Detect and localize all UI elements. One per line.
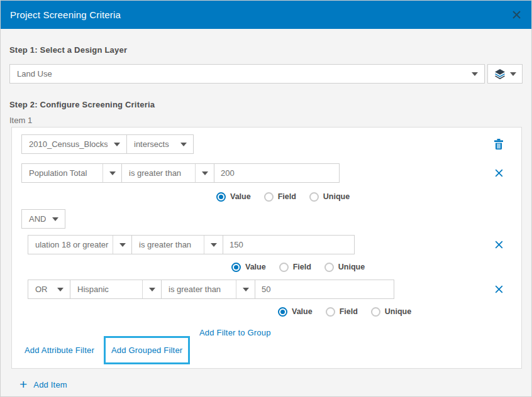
filter3-join-value: OR [28, 280, 51, 298]
add-item-label: Add Item [33, 380, 67, 389]
radio-unselected-icon [264, 192, 274, 202]
grouped-filter-row-1: ulation 18 or greater is greater than [28, 235, 512, 254]
filter1-field-select[interactable]: Population Total [21, 163, 122, 183]
add-item-button[interactable]: + Add Item [19, 379, 523, 390]
filter1-remove-button[interactable] [494, 168, 504, 178]
dialog-title: Project Screening Criteria [10, 9, 121, 20]
design-layer-value: Land Use [10, 65, 465, 83]
filter1-operator-value: is greater than [122, 164, 195, 182]
radio-label-field: Field [340, 307, 358, 316]
filter3-value-type-radios: Value Field Unique [278, 307, 512, 317]
filter3-join-select[interactable]: OR [28, 280, 70, 299]
filter2-value-type-radios: Value Field Unique [231, 262, 512, 272]
filter2-operator-value: is greater than [132, 236, 204, 254]
filter2-operator-select[interactable]: is greater than [131, 235, 223, 254]
chevron-down-icon [465, 65, 484, 83]
radio-label-value: Value [230, 192, 251, 201]
target-layer-select[interactable]: 2010_Census_Blocks [21, 134, 127, 154]
filter2-remove-button[interactable] [494, 240, 504, 249]
filter2-radio-unique[interactable]: Unique [324, 263, 365, 272]
radio-unselected-icon [371, 307, 380, 317]
radio-label-unique: Unique [385, 307, 411, 316]
design-layer-select[interactable]: Land Use [9, 64, 485, 84]
chevron-down-icon [204, 236, 223, 254]
filter2-radio-field[interactable]: Field [279, 263, 311, 272]
group-join-select[interactable]: AND [21, 209, 65, 229]
filter1-value-type-radios: Value Field Unique [216, 192, 512, 202]
design-layer-row: Land Use [9, 64, 523, 84]
dialog-header: Project Screening Criteria [1, 1, 531, 29]
item1-label: Item 1 [9, 116, 523, 125]
filter1-radio-field[interactable]: Field [264, 192, 296, 202]
radio-label-unique: Unique [323, 192, 350, 201]
filter3-operator-select[interactable]: is greater than [161, 280, 255, 299]
chevron-down-icon [142, 280, 161, 298]
filter3-remove-button[interactable] [494, 285, 504, 294]
filter3-radio-unique[interactable]: Unique [371, 307, 411, 317]
chevron-down-icon [108, 135, 126, 153]
radio-selected-icon [278, 307, 287, 317]
close-button[interactable] [511, 9, 522, 20]
radio-selected-icon [216, 192, 226, 202]
dialog-body: Step 1: Select a Design Layer Land Use S… [1, 45, 531, 390]
item1-panel: 2010_Census_Blocks intersects [11, 127, 522, 369]
trash-icon [494, 139, 504, 150]
filter1-radio-value[interactable]: Value [216, 192, 251, 202]
layer-options-button[interactable] [487, 64, 523, 84]
layers-icon [494, 69, 506, 79]
radio-unselected-icon [324, 263, 334, 272]
filter2-field-select[interactable]: ulation 18 or greater [28, 235, 132, 254]
spatial-operator-value: intersects [127, 135, 174, 153]
radio-label-value: Value [292, 307, 313, 316]
chevron-down-icon [510, 72, 516, 76]
x-icon [494, 285, 504, 294]
x-icon [494, 168, 504, 178]
chevron-down-icon [236, 280, 255, 298]
attribute-filter-row-1: Population Total is greater than [21, 163, 512, 183]
filter-links-row: Add Attribute Filter Add Grouped Filter [21, 335, 512, 365]
filter3-field-select[interactable]: Hispanic [70, 280, 162, 299]
close-icon [511, 9, 522, 20]
step2-label: Step 2: Configure Screening Criteria [9, 100, 523, 109]
chevron-down-icon [46, 210, 65, 228]
filter3-radio-value[interactable]: Value [278, 307, 313, 317]
radio-unselected-icon [326, 307, 335, 317]
filter2-radio-value[interactable]: Value [231, 263, 266, 272]
filter3-radio-field[interactable]: Field [326, 307, 358, 317]
project-screening-criteria-dialog: Project Screening Criteria Step 1: Selec… [0, 0, 532, 397]
radio-label-field: Field [293, 263, 311, 271]
chevron-down-icon [174, 135, 193, 153]
radio-label-value: Value [245, 263, 266, 271]
add-grouped-filter-link[interactable]: Add Grouped Filter [111, 345, 182, 355]
radio-selected-icon [231, 263, 241, 272]
radio-label-unique: Unique [338, 263, 365, 271]
filter1-operator-select[interactable]: is greater than [121, 163, 214, 183]
filter1-value-input[interactable] [214, 163, 340, 183]
delete-item-button[interactable] [494, 139, 504, 150]
filter3-operator-value: is greater than [162, 280, 236, 298]
plus-icon: + [19, 379, 27, 390]
spatial-operator-select[interactable]: intersects [126, 134, 194, 154]
group-join-row: AND [21, 209, 512, 229]
radio-unselected-icon [279, 263, 289, 272]
add-filter-to-group-link[interactable]: Add Filter to Group [199, 328, 271, 337]
radio-label-field: Field [278, 192, 296, 201]
filter3-field-value: Hispanic [70, 280, 142, 298]
chevron-down-icon [103, 164, 121, 182]
filter3-value-input[interactable] [255, 280, 394, 299]
step1-label: Step 1: Select a Design Layer [9, 45, 523, 55]
chevron-down-icon [113, 236, 131, 254]
x-icon [494, 240, 504, 249]
filter1-field-value: Population Total [22, 164, 103, 182]
chevron-down-icon [51, 280, 70, 298]
grouped-filter-row-2: OR Hispanic is greater than [28, 280, 512, 299]
filter2-value-input[interactable] [223, 235, 355, 254]
target-layer-value: 2010_Census_Blocks [22, 135, 108, 153]
filter1-radio-unique[interactable]: Unique [309, 192, 350, 202]
radio-unselected-icon [309, 192, 319, 202]
add-grouped-filter-highlight: Add Grouped Filter [104, 336, 190, 364]
spatial-filter-row: 2010_Census_Blocks intersects [21, 134, 512, 154]
filter2-field-value: ulation 18 or greater [28, 236, 113, 254]
chevron-down-icon [195, 164, 214, 182]
add-attribute-filter-link[interactable]: Add Attribute Filter [25, 345, 94, 355]
